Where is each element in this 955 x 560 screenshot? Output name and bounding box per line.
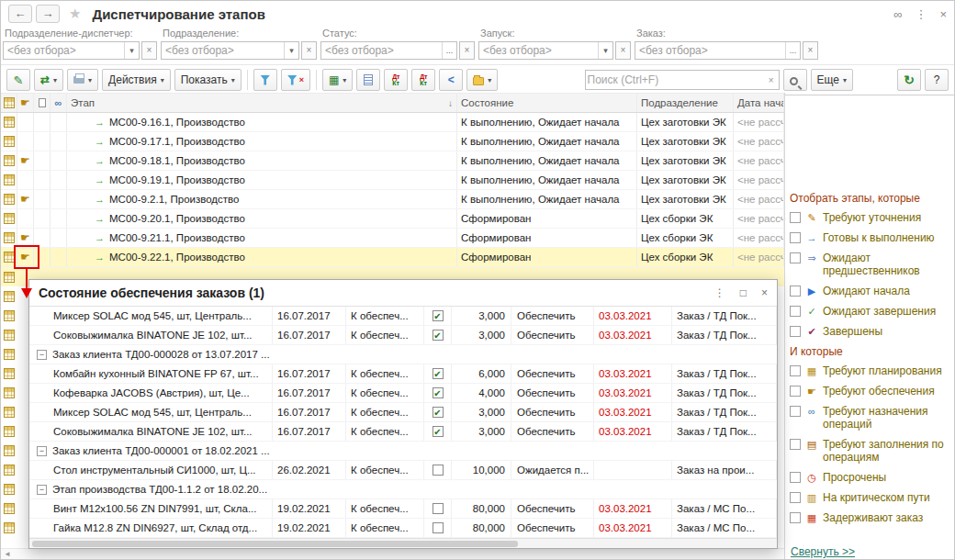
checkbox[interactable] xyxy=(790,306,801,317)
clear-filter-button[interactable]: × xyxy=(281,69,310,91)
filter-clear-button[interactable]: × xyxy=(803,41,818,60)
panel-filter-item[interactable]: ∞Требуют назначения операций xyxy=(790,405,951,431)
planning-column-header[interactable] xyxy=(1,94,17,112)
filter-input[interactable]: <без отбора>... xyxy=(320,41,457,60)
get-link-icon[interactable]: ∞ xyxy=(893,7,902,21)
operations-column-header[interactable] xyxy=(34,94,51,112)
filter-picker-button[interactable]: ▾ xyxy=(124,42,139,59)
table-row[interactable]: →МС00-9.19.1, ПроизводствоК выполнению, … xyxy=(1,171,784,190)
scroll-left-icon[interactable]: ◄ xyxy=(4,550,11,558)
filter-picker-button[interactable]: ... xyxy=(442,42,456,59)
supply-row[interactable]: Винт М12х100.56 ZN DIN7991, шт, Скла...1… xyxy=(29,499,777,519)
checkbox[interactable] xyxy=(790,386,801,397)
excel-button[interactable]: ▦▾ xyxy=(322,69,353,91)
actions-button[interactable]: Действия▾ xyxy=(102,69,171,91)
show-button[interactable]: Показать▾ xyxy=(174,69,242,91)
supply-row[interactable]: Гайка М12.8 ZN DIN6927, шт, Склад отд...… xyxy=(29,519,777,538)
panel-filter-item[interactable]: ◷Просрочены xyxy=(790,471,951,484)
scrollbar-thumb[interactable] xyxy=(32,541,518,547)
panel-filter-item[interactable]: ▦Задерживают заказ xyxy=(790,511,951,524)
supply-row[interactable]: Комбайн кухонный BINATONE FP 67, шт...16… xyxy=(29,364,777,384)
panel-filter-item[interactable]: ☛Требуют обеспечения xyxy=(790,385,951,398)
popup-menu-icon[interactable]: ⋮ xyxy=(714,286,725,299)
popup-maximize-icon[interactable]: □ xyxy=(740,286,747,299)
filter-picker-button[interactable]: ▾ xyxy=(284,42,298,59)
table-row[interactable]: →МС00-9.20.1, ПроизводствоСформированЦех… xyxy=(1,209,784,229)
supply-row[interactable]: −Заказ клиента ТД00-000028 от 13.07.2017… xyxy=(29,345,777,364)
supply-checkbox[interactable] xyxy=(433,503,444,514)
supply-checkbox[interactable]: ✔ xyxy=(433,407,444,418)
filter-input[interactable]: <без отбора>... xyxy=(635,41,801,60)
popup-close-icon[interactable]: × xyxy=(761,286,768,299)
supply-row[interactable]: Кофеварка JACOBS (Австрия), шт, Це...16.… xyxy=(29,384,777,403)
supply-row[interactable]: −Этап производства ТД00-1.1.2 от 18.02.2… xyxy=(29,480,777,499)
filter-picker-button[interactable]: ▾ xyxy=(598,42,612,59)
table-row[interactable]: ☛→МС00-9.21.1, ПроизводствоСформированЦе… xyxy=(1,229,784,248)
forward-button[interactable]: → xyxy=(36,5,60,23)
search-clear-icon[interactable]: × xyxy=(766,75,777,85)
supply-row[interactable]: Стол инструментальный СИ1000, шт, Ц...26… xyxy=(29,461,777,480)
panel-filter-item[interactable]: ▤Требуют заполнения по операциям xyxy=(790,438,951,464)
collapse-expander-icon[interactable]: − xyxy=(37,485,47,495)
start-date-column-header[interactable]: Дата начала xyxy=(734,94,784,112)
filter-input[interactable]: <без отбора>▾ xyxy=(161,41,299,60)
refresh-button[interactable]: ↻ xyxy=(897,69,921,91)
filter-clear-button[interactable]: × xyxy=(459,41,475,60)
state-column-header[interactable]: Состояние xyxy=(457,94,637,112)
filter-clear-button[interactable]: × xyxy=(301,41,317,60)
filter-input[interactable]: <без отбора>▾ xyxy=(478,41,613,60)
panel-filter-item[interactable]: ▶Ожидают начала xyxy=(790,285,951,297)
panel-filter-item[interactable]: ✎Требуют уточнения xyxy=(790,211,951,224)
supply-checkbox[interactable]: ✔ xyxy=(433,330,444,341)
checkbox[interactable] xyxy=(790,406,801,417)
supply-checkbox[interactable]: ✔ xyxy=(433,368,444,379)
checkbox[interactable] xyxy=(790,512,801,523)
filter-picker-button[interactable]: ... xyxy=(785,42,800,59)
supply-checkbox[interactable]: ✔ xyxy=(433,387,444,398)
more-button[interactable]: Еще▾ xyxy=(811,69,853,91)
supply-checkbox[interactable]: ✔ xyxy=(433,426,444,437)
print-button[interactable]: ▾ xyxy=(67,69,98,91)
supply-row[interactable]: −Заказ клиента ТД00-000001 от 18.02.2021… xyxy=(29,442,777,461)
panel-filter-item[interactable]: ✓Ожидают завершения xyxy=(790,305,951,318)
pick-button[interactable]: ⇄▾ xyxy=(34,69,63,91)
table-row[interactable]: →МС00-9.16.1, ПроизводствоК выполнению, … xyxy=(1,113,784,132)
collapse-panel-link[interactable]: Свернуть >> xyxy=(791,545,855,558)
department-column-header[interactable]: Подразделение xyxy=(637,94,734,112)
chain-column-header[interactable]: ∞ xyxy=(51,94,67,112)
edit-button[interactable]: ✎ xyxy=(6,69,30,91)
movements-button[interactable]: ДтКт xyxy=(384,69,408,91)
checkbox[interactable] xyxy=(790,365,801,376)
favorite-star-icon[interactable]: ★ xyxy=(69,6,81,22)
checkbox[interactable] xyxy=(790,212,801,223)
table-row[interactable]: ☛→МС00-9.18.1, ПроизводствоК выполнению,… xyxy=(1,151,784,171)
checkbox[interactable] xyxy=(790,252,801,263)
filter-clear-button[interactable]: × xyxy=(615,41,631,60)
panel-filter-item[interactable]: ⇒Ожидают предшественников xyxy=(790,252,951,277)
attach-button[interactable]: ▾ xyxy=(466,69,498,91)
search-input[interactable] xyxy=(588,73,766,86)
collapse-expander-icon[interactable]: − xyxy=(37,446,47,456)
checkbox[interactable] xyxy=(790,286,801,297)
share-button[interactable]: < xyxy=(439,69,463,91)
checkbox[interactable] xyxy=(790,472,801,483)
panel-filter-item[interactable]: ▥На критическом пути xyxy=(790,491,951,504)
checkbox[interactable] xyxy=(790,232,801,243)
supply-checkbox[interactable]: ✔ xyxy=(433,310,444,321)
supply-checkbox[interactable] xyxy=(433,522,444,533)
postings-button[interactable]: ДтКт xyxy=(411,69,435,91)
supply-row[interactable]: Миксер SOLAC мод 545, шт, Централь...16.… xyxy=(29,403,777,422)
table-row[interactable]: ☛→МС00-9.2.1, ПроизводствоК выполнению, … xyxy=(1,190,784,209)
popup-horizontal-scrollbar[interactable] xyxy=(29,538,777,548)
filter-clear-button[interactable]: × xyxy=(141,41,157,60)
window-close-icon[interactable]: × xyxy=(939,7,947,21)
filter-input[interactable]: <без отбора>▾ xyxy=(3,41,140,60)
panel-filter-item[interactable]: ▦Требуют планирования xyxy=(790,364,951,377)
help-button[interactable]: ? xyxy=(925,69,949,91)
panel-filter-item[interactable]: →Готовы к выполнению xyxy=(790,231,951,244)
supply-row[interactable]: Соковыжималка BINATONE JE 102, шт...16.0… xyxy=(29,422,777,442)
checkbox[interactable] xyxy=(790,492,801,503)
back-button[interactable]: ← xyxy=(8,5,32,23)
supply-row[interactable]: Соковыжималка BINATONE JE 102, шт...16.0… xyxy=(29,326,777,345)
supply-row[interactable]: Миксер SOLAC мод 545, шт, Централь...16.… xyxy=(29,307,777,326)
